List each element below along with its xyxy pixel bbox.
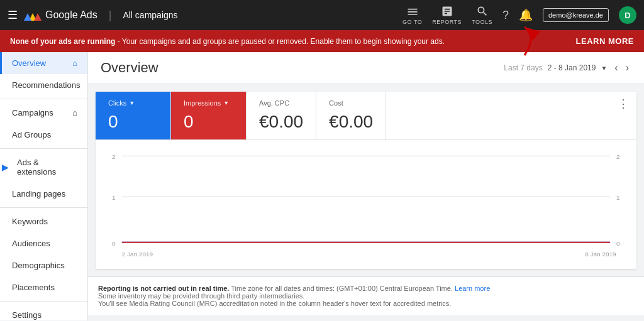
clicks-value: 0	[108, 112, 158, 132]
impressions-value: 0	[184, 112, 233, 132]
svg-text:0: 0	[616, 240, 620, 247]
date-nav-buttons: ‹ ›	[612, 61, 631, 75]
metrics-cards: Clicks ▼ 0 Impressions ▼ 0 Avg. CPC €	[96, 92, 636, 140]
alert-bar: None of your ads are running - Your camp…	[0, 30, 644, 52]
metric-card-cost: Cost €0.00	[316, 92, 386, 139]
metrics-area: Clicks ▼ 0 Impressions ▼ 0 Avg. CPC €	[96, 92, 636, 269]
expand-arrow-icon: ▶	[2, 162, 9, 172]
sidebar-adgroups-label: Ad Groups	[12, 130, 51, 139]
metric-card-clicks[interactable]: Clicks ▼ 0	[96, 92, 171, 139]
sidebar-item-overview[interactable]: Overview ⌂	[0, 52, 87, 74]
user-email-display[interactable]: demo@kreave.de	[543, 8, 609, 22]
svg-text:2: 2	[616, 153, 620, 160]
sidebar-landing-label: Landing pages	[12, 189, 65, 199]
sidebar-ads-label: Ads & extensions	[17, 158, 77, 177]
red-arrow-indicator	[487, 24, 537, 58]
svg-marker-1	[24, 13, 31, 21]
cost-value: €0.00	[329, 112, 373, 132]
help-button[interactable]: ?	[502, 9, 509, 22]
reports-button[interactable]: REPORTS	[432, 5, 462, 25]
sidebar-divider-3	[0, 207, 87, 208]
sidebar-placements-label: Placements	[12, 283, 55, 292]
goto-icon	[406, 5, 419, 18]
app-name-label: Google Ads	[45, 9, 97, 21]
sidebar-overview-label: Overview	[12, 58, 46, 68]
notifications-button[interactable]: 🔔	[519, 8, 533, 22]
page-title-nav: All campaigns	[123, 10, 177, 20]
svg-text:1: 1	[112, 194, 116, 201]
sidebar-item-audiences[interactable]: Audiences	[0, 232, 87, 254]
sidebar: Overview ⌂ Recommendations Campaigns ⌂ A…	[0, 52, 88, 320]
date-range-selector[interactable]: Last 7 days 2 - 8 Jan 2019 ▼ ‹ ›	[504, 61, 631, 75]
cost-label: Cost	[329, 99, 373, 107]
sidebar-item-demographics[interactable]: Demographics	[0, 254, 87, 276]
avg-cpc-label: Avg. CPC	[259, 99, 303, 107]
impressions-label: Impressions ▼	[184, 99, 233, 107]
date-next-button[interactable]: ›	[623, 61, 631, 75]
tools-icon	[476, 5, 489, 18]
date-label: Last 7 days	[504, 63, 542, 72]
content-header: Overview Last 7 days 2 - 8 Jan 2019 ▼ ‹ …	[88, 52, 644, 84]
chart-area: 2 1 0 2 1 0 2 Jan 2019	[96, 140, 636, 269]
metrics-more-options[interactable]: ⋮	[610, 92, 636, 139]
alert-bold: None of your ads are running	[10, 37, 115, 46]
sidebar-item-landing-pages[interactable]: Landing pages	[0, 183, 87, 205]
content-area: Overview Last 7 days 2 - 8 Jan 2019 ▼ ‹ …	[88, 52, 644, 320]
footer-line1: Reporting is not carried out in real tim…	[98, 285, 634, 292]
alert-message: None of your ads are running - Your camp…	[10, 37, 445, 46]
overview-title: Overview	[101, 60, 158, 76]
home-icon: ⌂	[72, 58, 77, 68]
metric-card-avg-cpc: Avg. CPC €0.00	[247, 92, 316, 139]
goto-button[interactable]: GO TO	[402, 5, 422, 25]
svg-text:0: 0	[112, 240, 116, 247]
sidebar-campaigns-label: Campaigns	[12, 108, 53, 117]
alert-body: - Your campaigns and ad groups are pause…	[115, 37, 445, 46]
user-avatar[interactable]: D	[619, 6, 636, 24]
performance-chart: 2 1 0 2 1 0 2 Jan 2019	[103, 140, 629, 259]
metric-card-impressions[interactable]: Impressions ▼ 0	[171, 92, 247, 139]
date-prev-button[interactable]: ‹	[612, 61, 620, 75]
clicks-label: Clicks ▼	[108, 99, 158, 107]
tools-button[interactable]: TOOLS	[472, 5, 492, 25]
reports-icon	[441, 5, 453, 18]
sidebar-item-campaigns[interactable]: Campaigns ⌂	[0, 102, 87, 124]
learn-more-link[interactable]: LEARN MORE	[576, 36, 634, 46]
sidebar-divider-4	[0, 301, 87, 302]
nav-right: GO TO REPORTS TOOLS ? 🔔 demo@kreave.de D	[402, 5, 636, 25]
sidebar-audiences-label: Audiences	[12, 239, 50, 248]
footer-line2: Some inventory may be provided through t…	[98, 292, 634, 300]
footer-disclaimer: Reporting is not carried out in real tim…	[88, 276, 644, 315]
hamburger-menu[interactable]: ☰	[8, 8, 18, 22]
campaigns-home-icon: ⌂	[72, 108, 77, 117]
sidebar-recommendations-label: Recommendations	[12, 80, 80, 90]
footer-line1-text: Time zone for all dates and times: (GMT+…	[229, 285, 455, 292]
sidebar-item-ads-extensions[interactable]: ▶ Ads & extensions	[0, 151, 87, 183]
date-range-value: 2 - 8 Jan 2019	[548, 63, 596, 72]
footer-learn-more-link[interactable]: Learn more	[455, 285, 490, 292]
svg-text:2: 2	[112, 153, 116, 160]
sidebar-item-recommendations[interactable]: Recommendations	[0, 74, 87, 96]
sidebar-keywords-label: Keywords	[12, 217, 48, 226]
logo-icon	[24, 8, 44, 22]
three-dots-icon[interactable]: ⋮	[618, 97, 629, 111]
sidebar-item-settings[interactable]: Settings	[0, 304, 87, 320]
google-ads-logo	[24, 8, 44, 22]
sidebar-divider-1	[0, 99, 87, 99]
footer-line3: You'll see Media Rating Council (MRC) ac…	[98, 300, 634, 307]
sidebar-item-adgroups[interactable]: Ad Groups	[0, 124, 87, 146]
impressions-dropdown-icon[interactable]: ▼	[223, 100, 229, 106]
avg-cpc-value: €0.00	[259, 112, 303, 132]
svg-text:1: 1	[616, 194, 620, 201]
svg-text:8 Jan 2019: 8 Jan 2019	[585, 251, 616, 258]
nav-divider: |	[109, 9, 112, 22]
footer-bold: Reporting is not carried out in real tim…	[98, 285, 229, 292]
top-navigation: ☰ Google Ads | All campaigns GO TO REPOR…	[0, 0, 644, 30]
sidebar-item-keywords[interactable]: Keywords	[0, 210, 87, 232]
clicks-dropdown-icon[interactable]: ▼	[129, 100, 135, 106]
date-dropdown-icon[interactable]: ▼	[601, 65, 607, 72]
sidebar-item-placements[interactable]: Placements	[0, 276, 87, 298]
sidebar-divider-2	[0, 148, 87, 149]
main-layout: Overview ⌂ Recommendations Campaigns ⌂ A…	[0, 52, 644, 320]
svg-text:2 Jan 2019: 2 Jan 2019	[122, 251, 153, 258]
sidebar-demographics-label: Demographics	[12, 261, 65, 270]
